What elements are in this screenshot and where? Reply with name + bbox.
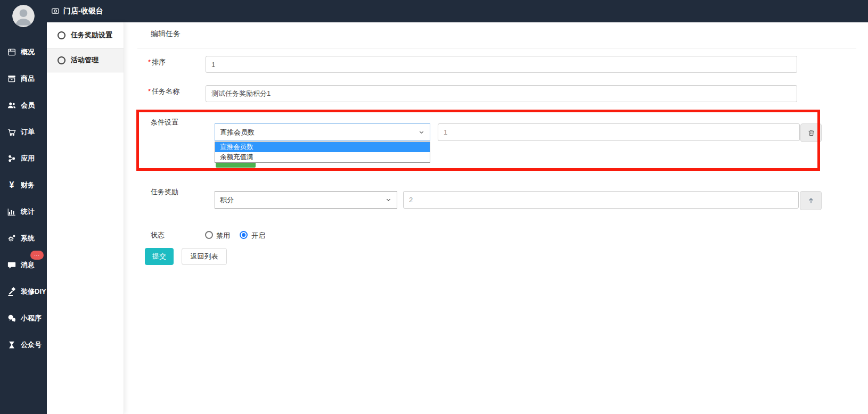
condition-type-select[interactable]: 直推会员数 [215, 123, 430, 141]
chevron-down-icon [385, 196, 392, 203]
sidebar-item-label: 概况 [21, 47, 35, 57]
sidebar-item-members[interactable]: 会员 [0, 92, 47, 119]
sidebar-item-system[interactable]: 系统 [0, 225, 47, 252]
reward-label: 任务奖励 [151, 187, 178, 197]
trash-icon [807, 129, 815, 137]
dropdown-option-balance-recharge[interactable]: 余额充值满 [215, 152, 430, 162]
sidebar-item-label: 小程序 [21, 313, 42, 323]
cashier-icon [51, 7, 60, 15]
sidebar-nav: 概况 商品 会员 订单 应用 ¥ 财务 统计 系统 消息 装修DIY 小程序 [0, 39, 47, 358]
required-mark: * [148, 87, 151, 95]
members-icon [7, 101, 17, 110]
submenu-item-activity-management[interactable]: 活动管理 [47, 48, 124, 72]
submenu-item-task-reward-settings[interactable]: 任务奖励设置 [47, 22, 124, 48]
goods-icon [7, 74, 17, 84]
condition-label: 条件设置 [151, 118, 178, 127]
submenu-panel: 任务奖励设置 活动管理 [47, 22, 124, 414]
app-title-wrap: 门店-收银台 [51, 0, 103, 22]
topbar [0, 0, 868, 22]
reward-type-select[interactable]: 积分 [215, 191, 397, 209]
sidebar-item-official-account[interactable]: 公众号 [0, 332, 47, 358]
sidebar-item-finance[interactable]: ¥ 财务 [0, 172, 47, 198]
heading-divider [137, 48, 856, 48]
sidebar-item-orders[interactable]: 订单 [0, 119, 47, 145]
gear-icon [7, 234, 17, 243]
sidebar-item-apps[interactable]: 应用 [0, 145, 47, 172]
required-mark: * [148, 58, 151, 66]
back-to-list-button[interactable]: 返回列表 [182, 248, 227, 265]
app-title: 门店-收银台 [63, 6, 103, 16]
page-title: 编辑任务 [151, 29, 181, 39]
condition-dropdown-list: 直推会员数 余额充值满 [215, 142, 430, 163]
condition-value-input[interactable] [438, 123, 800, 141]
circle-bullet-icon [58, 31, 65, 39]
move-up-button[interactable] [800, 191, 822, 210]
submenu-item-label: 任务奖励设置 [71, 30, 112, 40]
status-radio-disabled-label[interactable]: 禁用 [216, 231, 230, 241]
hourglass-icon [7, 340, 17, 350]
sidebar-item-label: 系统 [21, 234, 35, 243]
sidebar-item-miniprogram[interactable]: 小程序 [0, 305, 47, 332]
sidebar-item-label: 统计 [21, 207, 35, 217]
cart-icon [7, 127, 17, 137]
message-count-badge: ... [30, 251, 44, 260]
reward-value-input[interactable] [403, 191, 799, 209]
sidebar-item-label: 装修DIY [21, 287, 46, 296]
sidebar-item-label: 订单 [21, 127, 35, 137]
sidebar-item-label: 商品 [21, 74, 35, 84]
status-radio-enabled-label[interactable]: 开启 [251, 231, 265, 241]
sort-input[interactable] [206, 56, 797, 73]
status-label: 状态 [151, 230, 165, 240]
submenu-item-label: 活动管理 [71, 55, 99, 65]
gavel-icon [7, 287, 17, 296]
task-name-input[interactable] [206, 85, 797, 102]
sidebar-item-overview[interactable]: 概况 [0, 39, 47, 65]
sidebar-item-label: 公众号 [21, 340, 42, 350]
sidebar-item-label: 财务 [21, 180, 35, 190]
chevron-down-icon [418, 129, 425, 136]
overview-icon [7, 47, 17, 57]
avatar[interactable] [12, 5, 35, 27]
arrow-up-icon [807, 196, 815, 205]
sidebar-item-label: 消息 [21, 260, 35, 270]
sidebar-item-goods[interactable]: 商品 [0, 65, 47, 92]
reward-select-value: 积分 [220, 195, 234, 205]
delete-condition-button[interactable] [800, 123, 822, 142]
task-name-label: *任务名称 [148, 87, 179, 96]
submit-button[interactable]: 提交 [145, 248, 174, 265]
message-bubble-icon [7, 260, 17, 270]
sidebar-item-label: 会员 [21, 101, 35, 110]
dropdown-option-direct-members[interactable]: 直推会员数 [215, 142, 430, 152]
sidebar-item-stats[interactable]: 统计 [0, 198, 47, 225]
status-radio-disabled[interactable] [205, 231, 213, 239]
add-condition-button-partially-hidden[interactable] [216, 163, 256, 168]
bar-chart-icon [7, 207, 17, 217]
sidebar-item-label: 应用 [21, 154, 35, 163]
circle-bullet-icon [58, 56, 65, 64]
miniprogram-icon [7, 313, 17, 323]
status-radio-enabled[interactable] [240, 231, 248, 239]
sort-label: *排序 [148, 57, 166, 67]
yen-icon: ¥ [7, 180, 17, 190]
apps-icon [7, 154, 17, 163]
sidebar-item-decorate-diy[interactable]: 装修DIY [0, 278, 47, 305]
condition-select-value: 直推会员数 [220, 128, 255, 137]
